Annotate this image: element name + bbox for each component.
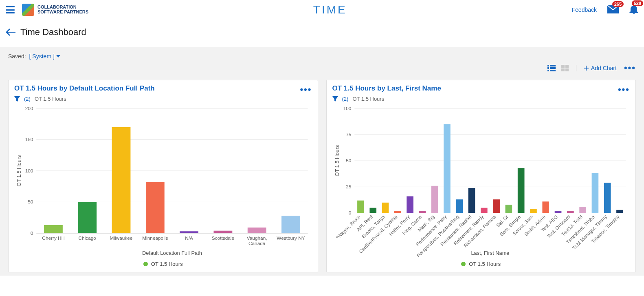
- filter-count[interactable]: (2): [342, 96, 349, 102]
- saved-label: Saved:: [8, 53, 26, 60]
- toolbar-more-icon[interactable]: •••: [624, 63, 636, 73]
- svg-text:Last, First Name: Last, First Name: [471, 250, 509, 256]
- svg-rect-83: [554, 211, 561, 213]
- svg-text:Chicago: Chicago: [79, 235, 97, 241]
- svg-rect-1: [547, 67, 549, 69]
- chart-title-person[interactable]: OT 1.5 Hours by Last, First Name: [332, 84, 630, 93]
- svg-rect-55: [382, 203, 389, 213]
- svg-rect-85: [567, 211, 574, 213]
- svg-rect-91: [604, 183, 611, 213]
- svg-rect-23: [78, 202, 97, 233]
- brand-logo[interactable]: COLLABORATION SOFTWARE PARTNERS: [22, 4, 88, 16]
- chart-title-location[interactable]: OT 1.5 Hours by Default Location Full Pa…: [14, 84, 312, 93]
- svg-rect-4: [550, 67, 556, 69]
- bar-chart-person[interactable]: 0255075100OT 1.5 Hours*Wayne, BruceAPI, …: [332, 104, 630, 257]
- svg-rect-61: [419, 211, 426, 213]
- svg-rect-0: [547, 65, 549, 66]
- legend-dot-icon: [143, 262, 148, 266]
- page-title: Time Dashboard: [20, 27, 86, 38]
- svg-rect-87: [579, 207, 586, 213]
- notifications-button[interactable]: 528: [629, 4, 638, 15]
- svg-rect-51: [357, 201, 364, 213]
- svg-rect-7: [565, 65, 569, 68]
- chart-legend-person: OT 1.5 Hours: [332, 261, 630, 267]
- svg-text:Westbury NY: Westbury NY: [277, 235, 305, 241]
- svg-text:50: 50: [28, 199, 33, 205]
- svg-rect-25: [112, 127, 131, 233]
- app-header: COLLABORATION SOFTWARE PARTNERS TIME Fee…: [0, 0, 644, 20]
- svg-rect-59: [407, 196, 413, 213]
- svg-rect-27: [146, 182, 165, 233]
- brand-logo-line2: SOFTWARE PARTNERS: [37, 10, 88, 15]
- chart-filter-row-person: (2) OT 1.5 Hours: [332, 96, 630, 102]
- svg-rect-8: [561, 68, 565, 71]
- svg-rect-73: [493, 199, 500, 213]
- svg-text:200: 200: [25, 106, 33, 111]
- svg-rect-77: [517, 168, 524, 213]
- svg-rect-93: [616, 210, 623, 213]
- svg-text:OT 1.5 Hours: OT 1.5 Hours: [334, 145, 340, 177]
- svg-rect-53: [369, 208, 376, 213]
- svg-text:100: 100: [343, 106, 351, 111]
- legend-label: OT 1.5 Hours: [469, 261, 501, 267]
- view-controls-row: Add Chart •••: [8, 63, 636, 73]
- svg-text:25: 25: [346, 184, 352, 190]
- svg-rect-5: [550, 70, 556, 71]
- svg-rect-67: [456, 199, 463, 213]
- view-mode-icons: [547, 65, 576, 71]
- list-view-icon[interactable]: [547, 65, 556, 71]
- plus-icon: [584, 66, 589, 71]
- svg-rect-29: [180, 231, 198, 233]
- svg-text:Default Location Full Path: Default Location Full Path: [142, 250, 202, 256]
- brand-logo-icon: [22, 4, 34, 16]
- filter-icon[interactable]: [14, 96, 20, 102]
- brand-logo-text: COLLABORATION SOFTWARE PARTNERS: [37, 5, 88, 14]
- chart-legend-location: OT 1.5 Hours: [14, 261, 312, 267]
- grid-view-icon[interactable]: [561, 65, 569, 71]
- toolbar: Saved: [ System ] Add Chart ••• OT 1.5 H…: [0, 47, 644, 276]
- svg-text:100: 100: [25, 168, 33, 174]
- filter-label: OT 1.5 Hours: [352, 96, 384, 102]
- feedback-link[interactable]: Feedback: [572, 7, 597, 13]
- app-title: TIME: [88, 3, 571, 16]
- add-chart-button[interactable]: Add Chart: [584, 65, 617, 71]
- chevron-down-icon: [56, 55, 60, 57]
- page-title-row: Time Dashboard: [0, 20, 644, 47]
- legend-dot-icon: [461, 262, 466, 266]
- svg-rect-3: [550, 65, 556, 66]
- svg-text:N/A: N/A: [185, 235, 193, 241]
- svg-text:0: 0: [348, 210, 351, 216]
- mail-button[interactable]: 265: [607, 5, 619, 15]
- svg-text:50: 50: [346, 158, 352, 163]
- svg-rect-57: [394, 211, 401, 213]
- bar-chart-location[interactable]: 050100150200OT 1.5 HoursCherry HillChica…: [14, 104, 312, 257]
- chart-card-more-icon[interactable]: •••: [618, 84, 630, 95]
- filter-label: OT 1.5 Hours: [35, 96, 66, 102]
- chart-area-person: 0255075100OT 1.5 Hours*Wayne, BruceAPI, …: [332, 104, 630, 258]
- legend-label: OT 1.5 Hours: [151, 261, 183, 267]
- chart-card-more-icon[interactable]: •••: [300, 84, 312, 95]
- svg-rect-6: [561, 65, 565, 68]
- filter-count[interactable]: (2): [24, 96, 31, 102]
- svg-rect-79: [530, 209, 537, 213]
- svg-text:Milwaukee: Milwaukee: [110, 235, 133, 241]
- chart-card-person: OT 1.5 Hours by Last, First Name ••• (2)…: [326, 80, 636, 272]
- svg-rect-33: [248, 228, 266, 233]
- svg-rect-89: [591, 173, 598, 213]
- svg-rect-63: [431, 186, 438, 213]
- svg-text:75: 75: [346, 132, 352, 137]
- filter-icon[interactable]: [332, 96, 338, 102]
- hamburger-menu-icon[interactable]: [6, 6, 15, 13]
- svg-rect-21: [44, 225, 63, 233]
- chart-area-location: 050100150200OT 1.5 HoursCherry HillChica…: [14, 104, 312, 258]
- saved-view-value: [ System ]: [29, 53, 55, 60]
- add-chart-label: Add Chart: [591, 65, 617, 71]
- svg-text:Canada: Canada: [248, 241, 266, 246]
- saved-view-dropdown[interactable]: [ System ]: [29, 53, 60, 60]
- back-arrow-icon[interactable]: [6, 28, 15, 36]
- svg-rect-81: [542, 201, 549, 213]
- svg-text:OT 1.5 Hours: OT 1.5 Hours: [16, 155, 22, 186]
- svg-rect-9: [565, 68, 569, 71]
- svg-rect-75: [505, 205, 512, 213]
- svg-rect-71: [480, 208, 487, 213]
